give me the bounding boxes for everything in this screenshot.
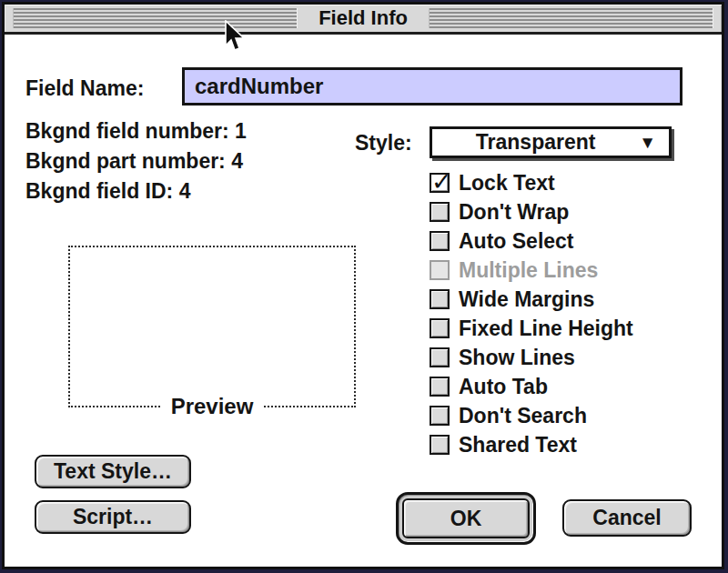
background-info: Bkgnd field number: 1 Bkgnd part number:… [25,116,247,206]
checkbox[interactable] [430,289,450,309]
checkbox[interactable] [430,347,450,367]
checkbox-label: Lock Text [459,171,555,196]
checkbox[interactable]: ✓ [430,173,450,193]
checkbox[interactable] [430,377,450,397]
title-bar[interactable]: Field Info [5,5,722,35]
checkbox-row-don-t-wrap[interactable]: Don't Wrap [430,197,633,226]
style-popup-menu[interactable]: Transparent ▼ [430,126,672,158]
checkbox-label: Show Lines [459,346,575,370]
checkbox[interactable] [430,231,450,251]
checkbox-label: Multiple Lines [459,258,598,283]
checkbox-row-multiple-lines[interactable]: Multiple Lines [430,256,633,285]
field-name-label: Field Name: [25,76,144,101]
checkbox-row-show-lines[interactable]: Show Lines [430,343,633,372]
checkbox-list: ✓ Lock Text Don't Wrap Auto Select Multi… [430,168,633,459]
checkbox-row-auto-tab[interactable]: Auto Tab [430,372,633,401]
checkbox[interactable] [430,202,450,222]
field-name-input[interactable] [182,67,682,106]
window-title: Field Info [306,5,420,32]
checkbox[interactable] [430,318,450,338]
checkbox[interactable] [430,260,450,280]
script-button[interactable]: Script… [35,500,191,534]
checkbox-label: Don't Wrap [459,200,569,225]
bkgnd-part-number: Bkgnd part number: 4 [25,146,247,176]
checkbox-label: Auto Select [459,229,574,254]
preview-well: Preview [68,246,356,407]
bkgnd-field-id: Bkgnd field ID: 4 [25,176,247,206]
checkbox-row-wide-margins[interactable]: Wide Margins [430,285,633,314]
checkbox-row-fixed-line-height[interactable]: Fixed Line Height [430,314,633,343]
preview-label: Preview [162,394,263,419]
checkbox[interactable] [430,406,450,426]
checkbox-row-don-t-search[interactable]: Don't Search [430,401,633,430]
checkbox-row-lock-text[interactable]: ✓ Lock Text [430,168,633,197]
title-bar-stripes-right [429,8,713,28]
text-style-button[interactable]: Text Style… [35,455,191,488]
checkbox-label: Shared Text [459,433,577,457]
dropdown-arrow-icon: ▼ [639,134,669,151]
bkgnd-field-number: Bkgnd field number: 1 [25,116,247,146]
checkbox-label: Don't Search [459,404,587,428]
title-bar-stripes-left [13,8,298,28]
checkbox[interactable] [430,435,450,455]
checkbox-label: Wide Margins [459,287,594,312]
ok-button[interactable]: OK [402,498,530,538]
style-popup-value: Transparent [432,130,639,155]
desktop: Field Info Field Name: Bkgnd field numbe… [0,0,728,573]
default-button-ring: OK [396,492,536,545]
style-label: Style: [355,131,412,156]
checkbox-label: Auto Tab [459,375,548,399]
checkbox-row-auto-select[interactable]: Auto Select [430,226,633,256]
checkbox-label: Fixed Line Height [459,317,633,341]
field-info-dialog: Field Info Field Name: Bkgnd field numbe… [2,2,724,569]
dialog-content: Field Name: Bkgnd field number: 1 Bkgnd … [5,35,722,564]
checkbox-row-shared-text[interactable]: Shared Text [430,430,633,459]
cancel-button[interactable]: Cancel [562,499,692,537]
